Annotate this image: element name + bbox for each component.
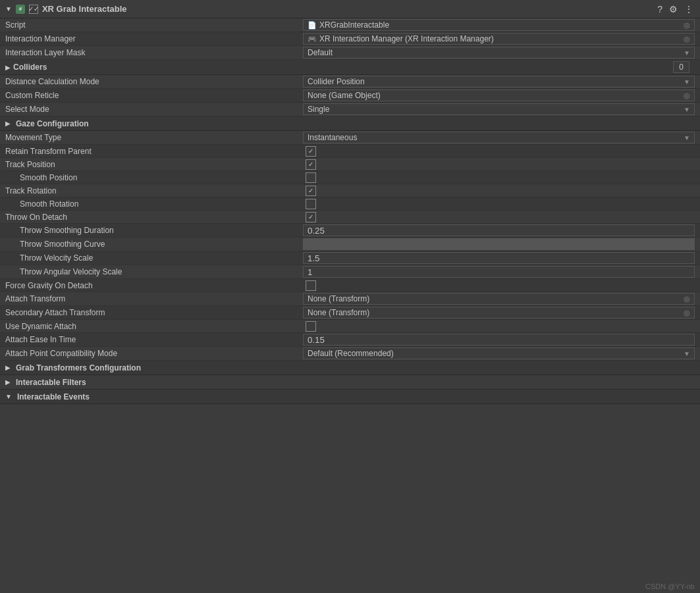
- collapse-arrow[interactable]: ▼: [5, 5, 12, 13]
- script-value-text: XRGrabInteractable: [319, 20, 389, 30]
- overflow-button[interactable]: ⋮: [683, 3, 695, 16]
- help-button[interactable]: ?: [656, 3, 664, 16]
- interactable-events-row[interactable]: ▼ Interactable Events: [0, 390, 700, 404]
- settings-button[interactable]: ⚙: [668, 3, 679, 16]
- colliders-section-row[interactable]: ▶ Colliders 0: [0, 60, 700, 75]
- distance-calculation-mode-dropdown[interactable]: Collider Position ▼: [303, 76, 695, 88]
- use-dynamic-attach-label: Use Dynamic Attach: [0, 322, 303, 331]
- throw-angular-velocity-scale-label: Throw Angular Velocity Scale: [0, 267, 303, 276]
- throw-angular-velocity-scale-value: [303, 266, 700, 278]
- select-mode-text: Single: [308, 105, 329, 114]
- track-rotation-checkbox[interactable]: [306, 186, 316, 196]
- attach-ease-in-time-value: [303, 334, 700, 346]
- attach-ease-in-time-input[interactable]: [303, 334, 695, 346]
- smooth-rotation-checkbox[interactable]: [306, 199, 316, 209]
- colliders-label: Colliders: [13, 63, 47, 72]
- interaction-layer-mask-dropdown[interactable]: Default ▼: [303, 47, 695, 59]
- movement-type-dropdown[interactable]: Instantaneous ▼: [303, 132, 695, 143]
- custom-reticle-label: Custom Reticle: [0, 91, 303, 100]
- script-row: Script 📄 XRGrabInteractable ◎: [0, 18, 700, 32]
- smooth-position-label: Smooth Position: [0, 173, 303, 182]
- throw-smoothing-duration-input[interactable]: [303, 224, 695, 236]
- secondary-attach-transform-label: Secondary Attach Transform: [0, 308, 303, 317]
- throw-velocity-scale-label: Throw Velocity Scale: [0, 253, 303, 263]
- grab-transformers-arrow[interactable]: ▶: [5, 364, 11, 371]
- secondary-attach-transform-text: None (Transform): [308, 308, 369, 317]
- throw-smoothing-duration-row: Throw Smoothing Duration: [0, 224, 700, 238]
- script-label: Script: [0, 20, 303, 30]
- interaction-manager-row: Interaction Manager 🎮 XR Interaction Man…: [0, 32, 700, 46]
- throw-smoothing-curve-label: Throw Smoothing Curve: [0, 240, 303, 249]
- script-file-icon: 📄: [308, 21, 317, 30]
- interactable-filters-arrow[interactable]: ▶: [5, 378, 11, 386]
- retain-transform-parent-label: Retain Transform Parent: [0, 147, 303, 156]
- header-right-icons: ? ⚙ ⋮: [656, 3, 695, 16]
- interaction-layer-mask-arrow: ▼: [684, 49, 690, 57]
- throw-smoothing-curve-field[interactable]: [303, 238, 695, 250]
- interaction-manager-text: XR Interaction Manager (XR Interaction M…: [319, 34, 494, 43]
- throw-on-detach-checkbox[interactable]: [306, 212, 316, 222]
- interaction-layer-mask-row: Interaction Layer Mask Default ▼: [0, 46, 700, 60]
- secondary-attach-transform-target-icon[interactable]: ◎: [684, 309, 690, 317]
- distance-calculation-mode-arrow: ▼: [684, 78, 690, 86]
- retain-transform-parent-checkbox[interactable]: [306, 146, 316, 157]
- movement-type-label: Movement Type: [0, 133, 303, 142]
- custom-reticle-value: None (Game Object) ◎: [303, 90, 700, 101]
- smooth-rotation-row: Smooth Rotation: [0, 197, 700, 211]
- gaze-configuration-row[interactable]: ▶ Gaze Configuration: [0, 116, 700, 131]
- attach-transform-value: None (Transform) ◎: [303, 293, 700, 305]
- xr-manager-target-icon[interactable]: ◎: [684, 35, 690, 43]
- smooth-rotation-value: [303, 199, 700, 209]
- grab-transformers-configuration-row[interactable]: ▶ Grab Transformers Configuration: [0, 361, 700, 375]
- script-target-icon[interactable]: ◎: [684, 21, 690, 30]
- force-gravity-on-detach-checkbox[interactable]: [306, 280, 316, 291]
- attach-point-compatibility-mode-arrow: ▼: [684, 350, 690, 357]
- force-gravity-on-detach-value: [303, 280, 700, 291]
- distance-calculation-mode-text: Collider Position: [308, 77, 365, 86]
- distance-calculation-mode-row: Distance Calculation Mode Collider Posit…: [0, 75, 700, 89]
- script-object-field[interactable]: 📄 XRGrabInteractable ◎: [303, 19, 695, 31]
- throw-velocity-scale-input[interactable]: [303, 252, 695, 264]
- smooth-position-checkbox[interactable]: [306, 172, 316, 183]
- gaze-configuration-arrow[interactable]: ▶: [5, 120, 11, 127]
- colliders-section-content: ▶ Colliders 0: [5, 61, 695, 73]
- track-rotation-label: Track Rotation: [0, 186, 303, 195]
- use-dynamic-attach-value: [303, 321, 700, 332]
- select-mode-row: Select Mode Single ▼: [0, 103, 700, 116]
- force-gravity-on-detach-label: Force Gravity On Detach: [0, 281, 303, 290]
- interactable-filters-row[interactable]: ▶ Interactable Filters: [0, 375, 700, 390]
- attach-transform-target-icon[interactable]: ◎: [684, 295, 690, 303]
- retain-transform-parent-value: [303, 146, 700, 157]
- interaction-layer-mask-value: Default ▼: [303, 47, 700, 59]
- custom-reticle-target-icon[interactable]: ◎: [684, 91, 690, 100]
- interactable-events-label: Interactable Events: [17, 392, 90, 401]
- attach-transform-text: None (Transform): [308, 294, 369, 303]
- colliders-arrow[interactable]: ▶: [5, 64, 11, 71]
- select-mode-arrow: ▼: [684, 106, 690, 113]
- interaction-layer-mask-label: Interaction Layer Mask: [0, 48, 303, 57]
- select-mode-dropdown[interactable]: Single ▼: [303, 103, 695, 115]
- custom-reticle-row: Custom Reticle None (Game Object) ◎: [0, 89, 700, 103]
- retain-transform-parent-row: Retain Transform Parent: [0, 145, 700, 158]
- header-checkbox[interactable]: ✓: [29, 5, 38, 14]
- attach-transform-field[interactable]: None (Transform) ◎: [303, 293, 695, 305]
- component-header: ▼ # ✓ XR Grab Interactable ? ⚙ ⋮: [0, 0, 700, 18]
- script-value: 📄 XRGrabInteractable ◎: [303, 19, 700, 31]
- secondary-attach-transform-field[interactable]: None (Transform) ◎: [303, 307, 695, 319]
- interaction-manager-field[interactable]: 🎮 XR Interaction Manager (XR Interaction…: [303, 33, 695, 45]
- throw-velocity-scale-row: Throw Velocity Scale: [0, 251, 700, 265]
- interactable-events-arrow[interactable]: ▼: [5, 393, 12, 400]
- track-position-checkbox[interactable]: [306, 159, 316, 170]
- custom-reticle-text: None (Game Object): [308, 91, 381, 100]
- track-position-label: Track Position: [0, 160, 303, 169]
- distance-calculation-mode-label: Distance Calculation Mode: [0, 77, 303, 86]
- watermark: CSDN @YY-nb: [645, 582, 695, 590]
- throw-angular-velocity-scale-input[interactable]: [303, 266, 695, 278]
- custom-reticle-field[interactable]: None (Game Object) ◎: [303, 90, 695, 101]
- use-dynamic-attach-checkbox[interactable]: [306, 321, 316, 332]
- attach-transform-label: Attach Transform: [0, 294, 303, 303]
- xr-manager-icon: 🎮: [308, 35, 317, 43]
- attach-point-compatibility-mode-text: Default (Recommended): [308, 349, 394, 358]
- use-dynamic-attach-row: Use Dynamic Attach: [0, 320, 700, 333]
- attach-point-compatibility-mode-dropdown[interactable]: Default (Recommended) ▼: [303, 348, 695, 359]
